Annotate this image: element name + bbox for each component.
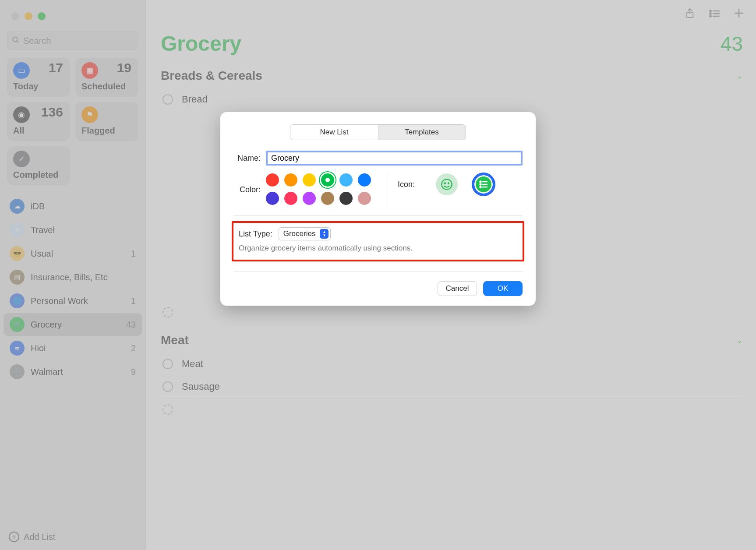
svg-point-12 — [445, 183, 445, 184]
list-type-label: List Type: — [239, 229, 272, 239]
color-swatch[interactable] — [321, 173, 334, 187]
list-name-input[interactable] — [266, 151, 523, 166]
divider — [233, 271, 523, 271]
color-label: Color: — [233, 185, 266, 194]
new-list-dialog: New List Templates Name: Color: Icon: — [220, 112, 536, 306]
color-swatches — [266, 173, 372, 187]
list-type-description: Organize grocery items automatically usi… — [239, 244, 517, 253]
tab-templates[interactable]: Templates — [378, 125, 466, 140]
name-label: Name: — [233, 154, 266, 163]
icon-option-emoji[interactable] — [436, 173, 458, 195]
color-swatch[interactable] — [266, 192, 279, 205]
color-swatch[interactable] — [358, 173, 371, 187]
divider — [386, 173, 386, 206]
modal-overlay: New List Templates Name: Color: Icon: — [0, 0, 756, 550]
color-swatch[interactable] — [303, 173, 316, 187]
color-swatch[interactable] — [339, 192, 353, 205]
ok-button[interactable]: OK — [483, 281, 523, 296]
tab-new-list[interactable]: New List — [290, 125, 378, 140]
color-swatch[interactable] — [284, 173, 297, 187]
divider — [233, 215, 523, 216]
chevron-updown-icon: ▲▼ — [320, 229, 329, 239]
svg-point-14 — [480, 181, 481, 183]
cancel-button[interactable]: Cancel — [438, 281, 477, 296]
color-swatch[interactable] — [339, 173, 353, 187]
list-type-highlight: List Type: Groceries ▲▼ Organize grocery… — [232, 221, 524, 261]
color-swatch[interactable] — [358, 192, 371, 205]
icon-label: Icon: — [398, 180, 415, 189]
color-swatch[interactable] — [303, 192, 316, 205]
color-swatch[interactable] — [284, 192, 297, 205]
svg-point-18 — [480, 187, 481, 188]
svg-point-13 — [448, 183, 449, 184]
svg-point-16 — [480, 184, 481, 185]
color-swatches — [266, 192, 372, 206]
segmented-control: New List Templates — [290, 124, 466, 140]
svg-point-11 — [442, 179, 452, 189]
icon-option-list[interactable] — [473, 173, 495, 195]
list-type-value: Groceries — [283, 229, 316, 238]
color-swatch[interactable] — [321, 192, 334, 205]
list-type-dropdown[interactable]: Groceries ▲▼ — [279, 227, 331, 240]
color-swatch[interactable] — [266, 173, 279, 187]
